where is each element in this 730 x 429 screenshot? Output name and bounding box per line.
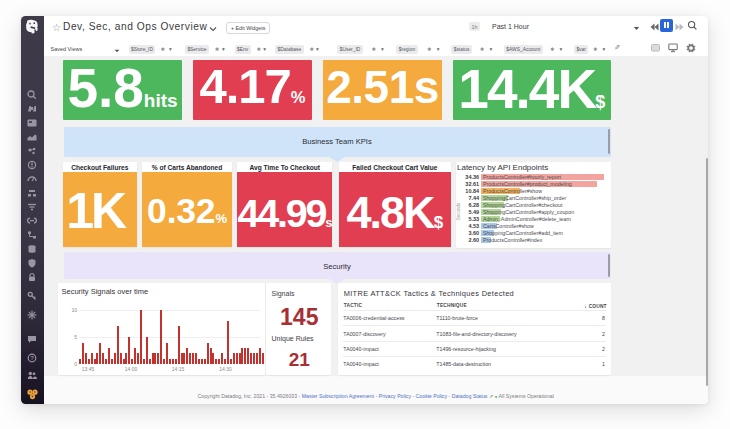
svg-text:?: ?	[30, 355, 34, 361]
